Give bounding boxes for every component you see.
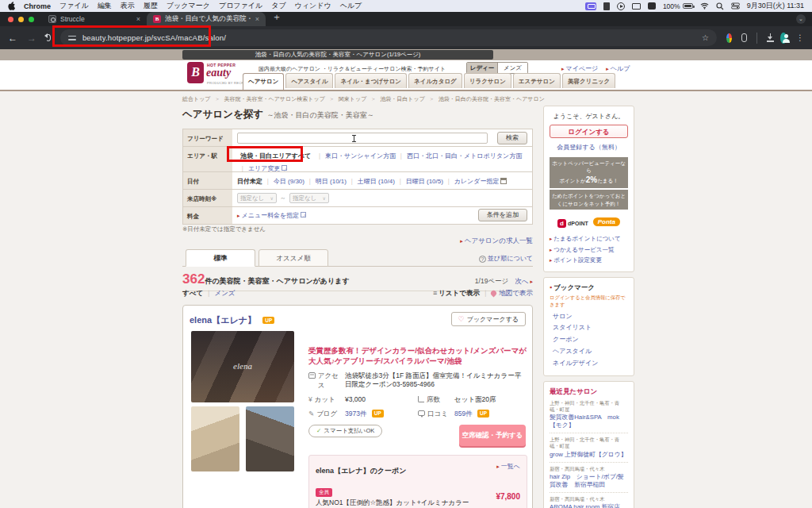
apple-logo-icon[interactable]: [8, 2, 15, 10]
recent-salon-item[interactable]: 上野・神田・北千住・亀有・青砥・町屋 grow 上野御徒町【グロウ】: [550, 433, 628, 462]
menubar-item-window[interactable]: ウィンドウ: [295, 1, 331, 11]
display-icon[interactable]: [632, 3, 641, 10]
nav-tab-relax-salon[interactable]: リラクサロン: [464, 73, 511, 88]
filter-all[interactable]: すべて: [182, 289, 203, 297]
sort-help-link[interactable]: ?並び順について: [479, 254, 533, 263]
salon-name-link[interactable]: elena【エレナ】: [190, 315, 256, 325]
nav-tab-beauty-clinic[interactable]: 美容クリニック: [562, 73, 615, 88]
menubar-item-file[interactable]: ファイル: [59, 1, 89, 11]
menu-price-link[interactable]: メニュー料金を指定: [237, 212, 299, 219]
point-info-link[interactable]: たまるポイントについて: [553, 235, 620, 242]
chrome-menu-icon[interactable]: ⋮: [796, 33, 804, 42]
recent-salon-link[interactable]: grow 上野御徒町【グロウ】: [550, 451, 628, 459]
area-west-link[interactable]: 西口・北口・目白・メトロポリタン方面: [407, 152, 522, 160]
sort-tab-recommended[interactable]: オススメ順: [259, 249, 328, 267]
date-calendar-option[interactable]: カレンダー指定: [454, 178, 500, 185]
browser-tab-hotpepper[interactable]: B 池袋・目白で人気の美容院・美 ×: [147, 12, 266, 26]
date-sunday-option[interactable]: 日曜日 (10/5): [406, 178, 443, 185]
services-list-link[interactable]: つかえるサービス一覧: [553, 246, 614, 253]
bookmark-coupon-link[interactable]: クーポン: [553, 336, 579, 343]
blog-count-link[interactable]: 3973件: [345, 410, 366, 418]
area-change-link[interactable]: エリア変更: [248, 165, 281, 172]
recent-salon-item[interactable]: 新宿・高田馬場・代々木 AROMA hair room 新宿店 【アロマ ヘアー…: [550, 493, 628, 508]
browser-tab-struccle[interactable]: Struccle ×: [42, 12, 147, 26]
close-window-button[interactable]: [8, 17, 13, 22]
close-tab-icon[interactable]: ×: [255, 15, 259, 23]
camera-status-icon[interactable]: [648, 2, 656, 10]
bookmark-salon-link[interactable]: サロン: [553, 313, 573, 320]
list-view-toggle[interactable]: リストで表示: [439, 289, 480, 297]
map-view-toggle[interactable]: 地図で表示: [499, 289, 533, 297]
hotpepper-beauty-logo[interactable]: B: [187, 62, 204, 83]
salon-catch-copy[interactable]: 受賞歴多数有！デザインカラー/似合わせカット/メンズパーマが大人気♪ケアブリーチ…: [308, 345, 527, 367]
profile-avatar[interactable]: [780, 33, 787, 44]
menubar-item-view[interactable]: 表示: [121, 1, 135, 11]
bookmark-button[interactable]: ♡ブックマークする: [451, 312, 526, 326]
salon-photo-collage[interactable]: elena: [191, 331, 294, 402]
coupon-list-link[interactable]: 一覧へ: [496, 463, 520, 470]
recent-salon-link[interactable]: hair Zip ショート/ボブ/髪質改善 新宿早稲田: [550, 473, 628, 489]
nav-tab-nail-salon[interactable]: ネイル・まつげサロン: [335, 73, 407, 88]
extensions-menu-icon[interactable]: [741, 33, 747, 42]
area-east-link[interactable]: 東口・サンシャイン方面: [325, 152, 396, 160]
menubar-item-bookmarks[interactable]: ブックマーク: [167, 1, 210, 11]
coupon-item[interactable]: 全員 人気NO1【圧倒的☆艶感】カット+イルミナカラー¥10800→¥7800～…: [316, 483, 520, 508]
wifi-icon[interactable]: [700, 2, 709, 10]
zoom-window-button[interactable]: [29, 17, 34, 22]
control-center-icon[interactable]: [731, 2, 740, 10]
nav-tab-hair-style[interactable]: ヘアスタイル: [285, 73, 333, 88]
salon-photo-thumbnail[interactable]: [246, 406, 294, 471]
recent-salon-item[interactable]: 新宿・高田馬場・代々木 hair Zip ショート/ボブ/髪質改善 新宿早稲田: [550, 463, 628, 493]
breadcrumb-link[interactable]: 関東トップ: [339, 96, 367, 102]
sort-tab-standard[interactable]: 標準: [186, 249, 255, 267]
time-from-select[interactable]: 指定なし∨: [237, 193, 277, 203]
login-button[interactable]: ログインする: [550, 125, 628, 138]
menubar-clock[interactable]: 9月30日(火) 11:31: [747, 1, 804, 11]
search-button[interactable]: 検索: [497, 132, 527, 144]
date-unset-option[interactable]: 日付未定: [237, 178, 262, 185]
battery-status[interactable]: 100%: [663, 2, 693, 10]
menubar-item-history[interactable]: 履歴: [144, 1, 158, 11]
bookmark-naildesign-link[interactable]: ネイルデザイン: [553, 360, 598, 367]
date-today-option[interactable]: 今日 (9/30): [274, 178, 304, 185]
ladies-toggle-button[interactable]: レディース: [467, 63, 497, 73]
extension-icon[interactable]: [726, 33, 732, 43]
nav-tab-nail-catalog[interactable]: ネイルカタログ: [408, 73, 462, 88]
menubar-app-name[interactable]: Chrome: [24, 2, 51, 10]
date-tomorrow-option[interactable]: 明日 (10/1): [316, 178, 347, 185]
bookmark-hairstyle-link[interactable]: ヘアスタイル: [553, 348, 592, 355]
close-tab-icon[interactable]: ×: [136, 15, 140, 23]
job-listing-link[interactable]: ヘアサロンの求人一覧: [460, 237, 533, 244]
recent-salon-link[interactable]: AROMA hair room 新宿店 【アロマ ヘアー ルーム】: [550, 503, 628, 508]
register-link[interactable]: 会員登録する（無料）: [550, 143, 628, 152]
add-condition-button[interactable]: 条件を追加: [478, 209, 527, 221]
breadcrumb-link[interactable]: 美容院・美容室・ヘアサロン検索トップ: [224, 96, 325, 102]
next-page-link[interactable]: 次へ: [515, 277, 533, 285]
reserve-button[interactable]: 空席確認・予約する: [459, 425, 526, 446]
back-button[interactable]: ←: [8, 33, 17, 44]
reload-button[interactable]: [46, 34, 51, 41]
minimize-window-button[interactable]: [18, 17, 24, 22]
help-link[interactable]: ヘルプ: [606, 64, 630, 73]
bookmark-star-icon[interactable]: ☆: [702, 33, 709, 42]
forward-button[interactable]: →: [27, 33, 36, 44]
salon-photo-thumbnail[interactable]: [191, 406, 239, 471]
playback-icon[interactable]: [617, 2, 625, 10]
menubar-item-profiles[interactable]: プロファイル: [219, 1, 262, 11]
breadcrumb-link[interactable]: 池袋・目白トップ: [380, 96, 425, 102]
tab-search-chevron-icon[interactable]: ⌄: [796, 14, 806, 24]
mens-toggle-button[interactable]: メンズ: [497, 63, 527, 73]
filter-mens[interactable]: メンズ: [214, 289, 235, 297]
breadcrumb-link[interactable]: 総合トップ: [182, 96, 211, 102]
new-tab-button[interactable]: ＋: [272, 10, 282, 24]
recent-salon-item[interactable]: 上野・神田・北千住・亀有・青砥・町屋 髪質改善Hair&SPA mok【モク】: [550, 397, 628, 434]
menubar-item-edit[interactable]: 編集: [98, 1, 112, 11]
downloads-icon[interactable]: [766, 33, 771, 42]
point-settings-link[interactable]: ポイント設定変更: [553, 256, 602, 264]
bookmark-stylist-link[interactable]: スタイリスト: [553, 324, 592, 331]
spotlight-search-icon[interactable]: [716, 2, 724, 10]
nav-tab-hair-salon[interactable]: ヘアサロン: [243, 73, 284, 90]
freeword-input[interactable]: [237, 133, 488, 144]
mypage-link[interactable]: マイページ: [561, 64, 598, 73]
nav-tab-esthe-salon[interactable]: エステサロン: [513, 73, 561, 88]
